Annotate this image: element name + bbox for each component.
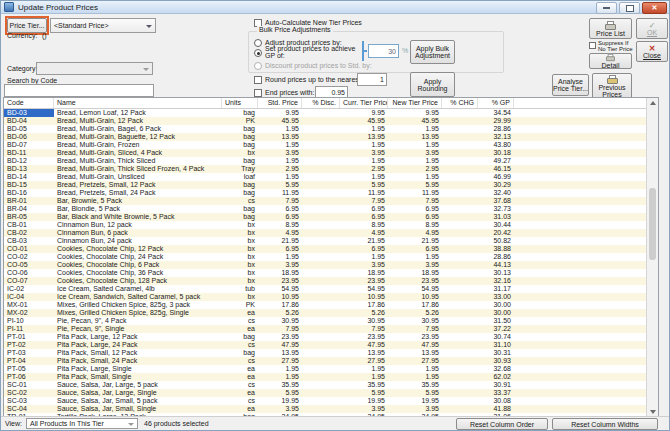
table-row[interactable]: CB-03Cinnamon Bun, 24 packbx21.9521.9521… (4, 237, 658, 245)
table-row[interactable]: IC-02Ice Cream, Salted Caramel, 4lbtub54… (4, 285, 658, 293)
table-row[interactable]: BD-06Bread, Multi-Grain, Baguette, 12 Pa… (4, 133, 658, 141)
table-row[interactable]: BD-13Bread, Multi-Grain, Thick Sliced Fr… (4, 165, 658, 173)
round-prices-checkbox[interactable] (254, 76, 262, 84)
minimize-button[interactable] (596, 2, 617, 14)
column-header-new-tier-price[interactable]: New Tier Price (388, 98, 442, 108)
cell: 13.95 (340, 349, 388, 357)
category-select[interactable] (36, 62, 153, 75)
column-header-name[interactable]: Name (54, 98, 222, 108)
analyse-price-tier-button[interactable]: Analyse Price Tier... (552, 74, 589, 96)
table-row[interactable]: BD-11Bread, Multi-Grain, Sliced, 4 Packb… (4, 149, 658, 157)
column-header--chg[interactable]: % CHG (442, 98, 478, 108)
cell (442, 269, 478, 277)
cell: 19.95 (258, 397, 302, 405)
cell: 30.95 (388, 317, 442, 325)
table-row[interactable]: PT-06Pita Pack, Small, Singleea1.951.951… (4, 373, 658, 381)
cell: 23.95 (388, 277, 442, 285)
price-list-button[interactable]: Price List (589, 18, 632, 39)
table-row[interactable]: CO-07Cookies, Chocolate Chip, 128 Packbx… (4, 277, 658, 285)
column-header-std-price[interactable]: Std. Price (258, 98, 302, 108)
table-row[interactable]: PT-04Pita Pack, Small, 24 Packcs27.9527.… (4, 357, 658, 365)
radio-adjust-by[interactable] (254, 39, 262, 47)
table-row[interactable]: PT-03Pita Pack, Small, 12 Packbag13.9513… (4, 349, 658, 357)
cell (302, 285, 340, 293)
cell: Cinnamon Bun, 6 pack (54, 229, 222, 237)
column-header-curr-tier-price[interactable]: Curr. Tier Price (340, 98, 388, 108)
column-header-code[interactable]: Code (4, 98, 54, 108)
table-row[interactable]: CO-01Cookies, Chocolate Chip, 12 Packbx6… (4, 245, 658, 253)
cell: CB-01 (4, 221, 54, 229)
table-row[interactable]: BD-05Bread, Multi-Grain, Bagel, 6 Packba… (4, 125, 658, 133)
column-header--disc-[interactable]: % Disc. (302, 98, 340, 108)
table-row[interactable]: CB-02Cinnamon Bun, 6 packbx4.954.954.952… (4, 229, 658, 237)
table-row[interactable]: BD-16Bread, Pretzels, Small, 24 Packbag1… (4, 189, 658, 197)
table-row[interactable]: MX-01Mixes, Grilled Chicken Spice, 825g,… (4, 301, 658, 309)
table-row[interactable]: PI-11Pie, Pecan, 9", Singleea7.957.957.9… (4, 325, 658, 333)
cell: 19.95 (388, 397, 442, 405)
search-input[interactable] (4, 84, 154, 97)
table-row[interactable]: CO-06Cookies, Chocolate Chip, 36 Packbx1… (4, 269, 658, 277)
cell (302, 213, 340, 221)
view-select[interactable]: All Products In This Tier (26, 418, 138, 429)
window-close-button[interactable]: ✕ (642, 2, 667, 14)
title-bar[interactable]: Update Product Prices (1, 1, 669, 14)
cell (302, 365, 340, 373)
table-row[interactable]: MX-02Mixes, Grilled Chicken Spice, 825g,… (4, 309, 658, 317)
end-prices-checkbox[interactable] (254, 89, 262, 97)
table-row[interactable]: BR-05Bar, Black and White Brownie, 5 Pac… (4, 213, 658, 221)
previous-prices-button[interactable]: Previous Prices (592, 73, 632, 99)
table-row[interactable]: PT-05Pita Pack, Large, Singleea1.951.951… (4, 365, 658, 373)
reset-column-order-button[interactable]: Reset Column Order (456, 418, 548, 430)
cell: Bread, Pretzels, Small, 24 Pack (54, 189, 222, 197)
scrollbar-thumb[interactable] (649, 188, 656, 260)
cell (302, 317, 340, 325)
table-row[interactable]: CB-01Cinnamon Bun, 12 packbx8.958.958.95… (4, 221, 658, 229)
cell: 1.95 (388, 365, 442, 373)
vertical-scrollbar[interactable] (646, 98, 658, 417)
table-row[interactable]: SC-01Sauce, Salsa, Jar, Large, 5 packcs3… (4, 381, 658, 389)
table-row[interactable]: SC-04Sauce, Salsa, Jar, Small, Singleea3… (4, 405, 658, 413)
reset-column-widths-button[interactable]: Reset Column Widths (552, 418, 658, 430)
table-row[interactable]: BD-14Bread, Multi-Grain, Unslicedloaf1.9… (4, 173, 658, 181)
cell: 21.95 (258, 237, 302, 245)
radio-discount[interactable] (254, 62, 262, 70)
round-nearest-input[interactable] (357, 73, 387, 86)
cell: 5.26 (340, 309, 388, 317)
table-row[interactable]: BD-12Bread, Multi-Grain, Thick Slicedbag… (4, 157, 658, 165)
apply-rounding-button[interactable]: Apply Rounding (410, 72, 455, 97)
table-row[interactable]: IC-04Ice Cream, Sandwich, Salted Caramel… (4, 293, 658, 301)
table-row[interactable]: PI-10Pie, Pecan, 9", 4 Packcs30.9530.953… (4, 317, 658, 325)
cell: 47.95 (340, 341, 388, 349)
table-row[interactable]: BD-03Bread, Lemon Loaf, 12 Packbag9.959.… (4, 109, 658, 117)
column-header-filler (514, 98, 658, 108)
scroll-up-button[interactable] (647, 98, 658, 108)
cell: 23.95 (258, 277, 302, 285)
cell (302, 157, 340, 165)
table-row[interactable]: BR-04Bar, Blondie, 5 Packbag6.956.956.95… (4, 205, 658, 213)
app-icon (4, 2, 14, 12)
ok-button[interactable]: ✓ OK (636, 18, 668, 39)
close-button[interactable]: ✕ Close (636, 41, 668, 62)
table-row[interactable]: BD-15Bread, Pretzels, Small, 12 Packbag5… (4, 181, 658, 189)
table-row[interactable]: SC-03Sauce, Salsa, Jar, Small, 5 packcs1… (4, 397, 658, 405)
table-row[interactable]: BD-07Bread, Multi-Grain, Frozenbag1.951.… (4, 141, 658, 149)
apply-bulk-adjustment-button[interactable]: Apply Bulk Adjustment (410, 40, 455, 64)
detail-button[interactable]: Detail (589, 53, 632, 69)
cell: cs (222, 397, 258, 405)
table-row[interactable]: CO-02Cookies, Chocolate Chip, 24 Packbx1… (4, 253, 658, 261)
table-row[interactable]: CO-05Cookies, Chocolate Chip, 6 Packbx3.… (4, 261, 658, 269)
price-tier-select[interactable]: <Standard Price> (50, 18, 156, 33)
table-row[interactable]: BR-01Bar, Brownie, 5 Packcs7.957.957.953… (4, 197, 658, 205)
radio-set-gp[interactable] (254, 49, 262, 57)
table-row[interactable]: SC-02Sauce, Salsa, Jar, Large, Singleea5… (4, 389, 658, 397)
price-tier-button[interactable]: Price Tier... (7, 18, 47, 33)
table-row[interactable]: PT-02Pita Pack, Large, 24 Packcs47.9547.… (4, 341, 658, 349)
suppress-checkbox[interactable] (589, 42, 596, 49)
column-header-units[interactable]: Units (222, 98, 258, 108)
gp-percent-input[interactable] (368, 44, 399, 58)
cell: 43.80 (478, 141, 514, 149)
maximize-button[interactable] (619, 2, 640, 14)
table-row[interactable]: BD-04Bread, Multi-Grain, 12 PackPK45.954… (4, 117, 658, 125)
table-row[interactable]: PT-01Pita Pack, Large, 12 Packbag23.9523… (4, 333, 658, 341)
column-header--gp[interactable]: % GP (478, 98, 514, 108)
